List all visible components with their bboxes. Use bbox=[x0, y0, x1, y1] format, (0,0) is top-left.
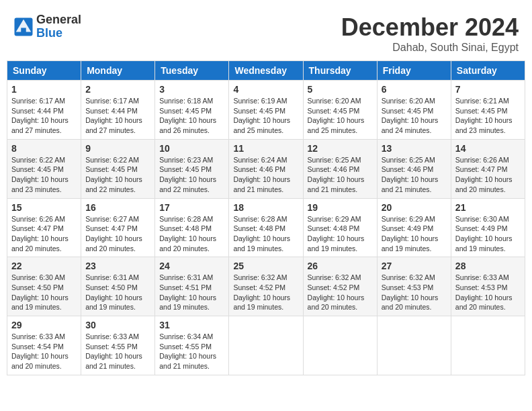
calendar-cell: 13Sunrise: 6:25 AMSunset: 4:46 PMDayligh… bbox=[377, 139, 451, 198]
calendar-header-row: SundayMondayTuesdayWednesdayThursdayFrid… bbox=[7, 61, 525, 81]
calendar-cell bbox=[377, 316, 451, 375]
location-subtitle: Dahab, South Sinai, Egypt bbox=[341, 42, 519, 54]
calendar-cell: 5Sunrise: 6:20 AMSunset: 4:45 PMDaylight… bbox=[303, 81, 377, 140]
calendar-cell: 19Sunrise: 6:29 AMSunset: 4:48 PMDayligh… bbox=[303, 198, 377, 257]
calendar-cell: 3Sunrise: 6:18 AMSunset: 4:45 PMDaylight… bbox=[155, 81, 229, 140]
logo-text: General Blue bbox=[36, 13, 81, 40]
day-number: 2 bbox=[85, 84, 150, 95]
day-content: Sunrise: 6:24 AMSunset: 4:46 PMDaylight:… bbox=[233, 155, 298, 195]
day-content: Sunrise: 6:33 AMSunset: 4:53 PMDaylight:… bbox=[455, 273, 521, 312]
logo-blue: Blue bbox=[36, 27, 81, 40]
day-content: Sunrise: 6:27 AMSunset: 4:47 PMDaylight:… bbox=[85, 214, 150, 254]
day-number: 18 bbox=[233, 202, 298, 213]
calendar-cell: 22Sunrise: 6:30 AMSunset: 4:50 PMDayligh… bbox=[7, 257, 81, 316]
day-number: 4 bbox=[233, 84, 298, 95]
column-header-sunday: Sunday bbox=[7, 61, 81, 81]
day-content: Sunrise: 6:28 AMSunset: 4:48 PMDaylight:… bbox=[159, 214, 224, 254]
day-content: Sunrise: 6:21 AMSunset: 4:45 PMDaylight:… bbox=[455, 96, 521, 136]
column-header-saturday: Saturday bbox=[451, 61, 525, 81]
calendar-cell bbox=[303, 316, 377, 375]
svg-rect-2 bbox=[21, 28, 26, 33]
calendar-cell: 27Sunrise: 6:32 AMSunset: 4:53 PMDayligh… bbox=[377, 257, 451, 316]
day-content: Sunrise: 6:30 AMSunset: 4:50 PMDaylight:… bbox=[11, 273, 77, 312]
day-number: 8 bbox=[11, 143, 77, 154]
calendar-cell: 9Sunrise: 6:22 AMSunset: 4:45 PMDaylight… bbox=[81, 139, 155, 198]
day-number: 24 bbox=[159, 261, 224, 271]
day-number: 30 bbox=[85, 320, 150, 330]
calendar-cell: 10Sunrise: 6:23 AMSunset: 4:45 PMDayligh… bbox=[155, 139, 229, 198]
day-number: 20 bbox=[382, 202, 447, 213]
calendar-cell: 14Sunrise: 6:26 AMSunset: 4:47 PMDayligh… bbox=[451, 139, 525, 198]
calendar-cell: 24Sunrise: 6:31 AMSunset: 4:51 PMDayligh… bbox=[155, 257, 229, 316]
calendar-cell: 31Sunrise: 6:34 AMSunset: 4:55 PMDayligh… bbox=[155, 316, 229, 375]
day-content: Sunrise: 6:31 AMSunset: 4:51 PMDaylight:… bbox=[159, 273, 224, 312]
calendar-cell: 7Sunrise: 6:21 AMSunset: 4:45 PMDaylight… bbox=[451, 81, 525, 140]
calendar-cell: 23Sunrise: 6:31 AMSunset: 4:50 PMDayligh… bbox=[81, 257, 155, 316]
calendar-cell: 8Sunrise: 6:22 AMSunset: 4:45 PMDaylight… bbox=[7, 139, 81, 198]
calendar-cell: 2Sunrise: 6:17 AMSunset: 4:44 PMDaylight… bbox=[81, 81, 155, 140]
day-number: 31 bbox=[159, 320, 224, 330]
calendar-cell: 20Sunrise: 6:29 AMSunset: 4:49 PMDayligh… bbox=[377, 198, 451, 257]
logo-general: General bbox=[36, 13, 81, 27]
logo-icon bbox=[13, 17, 34, 37]
day-number: 13 bbox=[382, 143, 447, 154]
day-content: Sunrise: 6:26 AMSunset: 4:47 PMDaylight:… bbox=[11, 214, 77, 254]
day-number: 14 bbox=[455, 143, 521, 154]
day-number: 19 bbox=[308, 202, 373, 213]
calendar-cell: 17Sunrise: 6:28 AMSunset: 4:48 PMDayligh… bbox=[155, 198, 229, 257]
calendar-cell: 15Sunrise: 6:26 AMSunset: 4:47 PMDayligh… bbox=[7, 198, 81, 257]
day-number: 28 bbox=[455, 261, 521, 271]
calendar-cell: 29Sunrise: 6:33 AMSunset: 4:54 PMDayligh… bbox=[7, 316, 81, 375]
calendar-week-row: 22Sunrise: 6:30 AMSunset: 4:50 PMDayligh… bbox=[7, 257, 525, 316]
page-header: General Blue December 2024 Dahab, South … bbox=[7, 7, 525, 57]
calendar-week-row: 29Sunrise: 6:33 AMSunset: 4:54 PMDayligh… bbox=[7, 316, 525, 375]
day-content: Sunrise: 6:30 AMSunset: 4:49 PMDaylight:… bbox=[455, 214, 521, 254]
calendar-cell: 6Sunrise: 6:20 AMSunset: 4:45 PMDaylight… bbox=[377, 81, 451, 140]
day-number: 29 bbox=[11, 320, 77, 330]
calendar-cell: 18Sunrise: 6:28 AMSunset: 4:48 PMDayligh… bbox=[229, 198, 303, 257]
calendar-cell: 16Sunrise: 6:27 AMSunset: 4:47 PMDayligh… bbox=[81, 198, 155, 257]
day-number: 9 bbox=[85, 143, 150, 154]
day-number: 15 bbox=[11, 202, 77, 213]
day-content: Sunrise: 6:32 AMSunset: 4:52 PMDaylight:… bbox=[308, 273, 373, 312]
day-number: 25 bbox=[233, 261, 298, 271]
day-content: Sunrise: 6:18 AMSunset: 4:45 PMDaylight:… bbox=[159, 96, 224, 136]
calendar-cell: 30Sunrise: 6:33 AMSunset: 4:55 PMDayligh… bbox=[81, 316, 155, 375]
day-content: Sunrise: 6:26 AMSunset: 4:47 PMDaylight:… bbox=[455, 155, 521, 195]
calendar-week-row: 15Sunrise: 6:26 AMSunset: 4:47 PMDayligh… bbox=[7, 198, 525, 257]
calendar-cell: 26Sunrise: 6:32 AMSunset: 4:52 PMDayligh… bbox=[303, 257, 377, 316]
calendar-cell: 21Sunrise: 6:30 AMSunset: 4:49 PMDayligh… bbox=[451, 198, 525, 257]
day-number: 23 bbox=[85, 261, 150, 271]
title-area: December 2024 Dahab, South Sinai, Egypt bbox=[341, 13, 519, 54]
day-content: Sunrise: 6:33 AMSunset: 4:55 PMDaylight:… bbox=[85, 332, 150, 371]
day-number: 21 bbox=[455, 202, 521, 213]
column-header-wednesday: Wednesday bbox=[229, 61, 303, 81]
day-number: 17 bbox=[159, 202, 224, 213]
logo: General Blue bbox=[13, 13, 81, 40]
day-content: Sunrise: 6:33 AMSunset: 4:54 PMDaylight:… bbox=[11, 332, 77, 371]
column-header-monday: Monday bbox=[81, 61, 155, 81]
calendar-cell bbox=[229, 316, 303, 375]
day-content: Sunrise: 6:32 AMSunset: 4:53 PMDaylight:… bbox=[382, 273, 447, 312]
calendar-cell: 4Sunrise: 6:19 AMSunset: 4:45 PMDaylight… bbox=[229, 81, 303, 140]
column-header-thursday: Thursday bbox=[303, 61, 377, 81]
calendar-cell: 28Sunrise: 6:33 AMSunset: 4:53 PMDayligh… bbox=[451, 257, 525, 316]
calendar-cell: 12Sunrise: 6:25 AMSunset: 4:46 PMDayligh… bbox=[303, 139, 377, 198]
day-number: 12 bbox=[308, 143, 373, 154]
calendar-week-row: 8Sunrise: 6:22 AMSunset: 4:45 PMDaylight… bbox=[7, 139, 525, 198]
day-content: Sunrise: 6:23 AMSunset: 4:45 PMDaylight:… bbox=[159, 155, 224, 195]
day-number: 16 bbox=[85, 202, 150, 213]
calendar-cell bbox=[451, 316, 525, 375]
day-number: 7 bbox=[455, 84, 521, 95]
day-content: Sunrise: 6:25 AMSunset: 4:46 PMDaylight:… bbox=[382, 155, 447, 195]
day-content: Sunrise: 6:20 AMSunset: 4:45 PMDaylight:… bbox=[382, 96, 447, 136]
day-content: Sunrise: 6:34 AMSunset: 4:55 PMDaylight:… bbox=[159, 332, 224, 371]
day-number: 26 bbox=[308, 261, 373, 271]
calendar-cell: 11Sunrise: 6:24 AMSunset: 4:46 PMDayligh… bbox=[229, 139, 303, 198]
column-header-friday: Friday bbox=[377, 61, 451, 81]
calendar-week-row: 1Sunrise: 6:17 AMSunset: 4:44 PMDaylight… bbox=[7, 81, 525, 140]
day-content: Sunrise: 6:22 AMSunset: 4:45 PMDaylight:… bbox=[85, 155, 150, 195]
day-number: 1 bbox=[11, 84, 77, 95]
column-header-tuesday: Tuesday bbox=[155, 61, 229, 81]
day-content: Sunrise: 6:17 AMSunset: 4:44 PMDaylight:… bbox=[85, 96, 150, 136]
